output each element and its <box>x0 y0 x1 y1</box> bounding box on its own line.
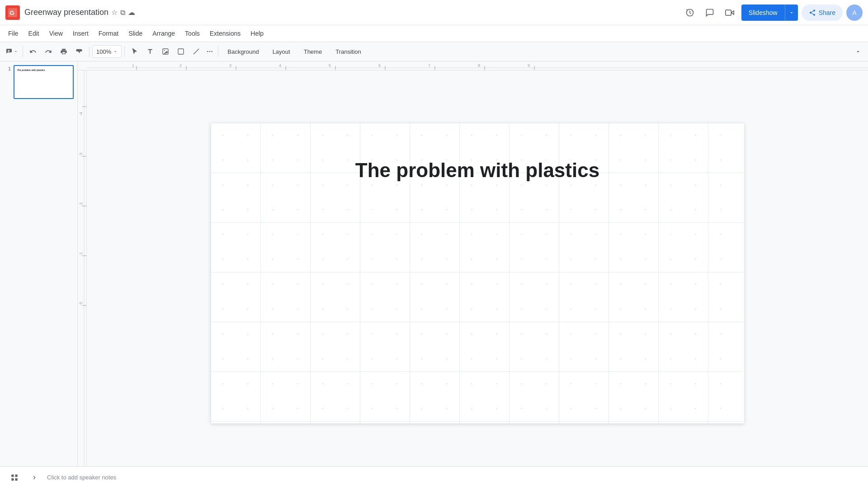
collapse-toolbar-button[interactable] <box>852 45 864 58</box>
svg-point-11 <box>212 51 213 52</box>
slide-preview-title: The problem with plastics <box>17 69 45 71</box>
background-button[interactable]: Background <box>221 45 265 58</box>
bottom-notes-bar: Click to add speaker notes <box>0 466 868 488</box>
menu-extensions[interactable]: Extensions <box>205 28 245 39</box>
slide-title[interactable]: The problem with plastics <box>211 159 744 182</box>
menu-file[interactable]: File <box>4 28 23 39</box>
star-icon[interactable]: ☆ <box>111 8 118 17</box>
svg-rect-42 <box>11 474 14 477</box>
slideshow-button[interactable]: Slideshow <box>741 5 785 21</box>
menu-arrange[interactable]: Arrange <box>148 28 179 39</box>
more-tools-button[interactable] <box>204 44 215 59</box>
add-slide-button[interactable] <box>4 44 20 59</box>
theme-button[interactable]: Theme <box>297 45 328 58</box>
menu-help[interactable]: Help <box>246 28 268 39</box>
svg-text:7: 7 <box>428 63 430 68</box>
menu-slide[interactable]: Slide <box>124 28 147 39</box>
svg-text:G: G <box>9 9 14 16</box>
top-ruler: 1 2 3 4 5 6 7 8 9 <box>78 61 868 70</box>
print-button[interactable] <box>57 44 71 59</box>
document-title-area: Greenway presentation ☆ ⧉ ☁ <box>24 8 135 17</box>
menu-insert[interactable]: Insert <box>68 28 93 39</box>
slides-panel: 1 The problem with plastics <box>0 61 78 466</box>
share-button[interactable]: Share <box>802 5 843 21</box>
avatar[interactable]: A <box>846 5 863 21</box>
svg-text:3: 3 <box>229 63 231 68</box>
menu-format[interactable]: Format <box>94 28 123 39</box>
cloud-icon[interactable]: ☁ <box>128 8 135 17</box>
slide-workspace: -4 -3 -2 -1 -5 The problem with p <box>78 70 868 466</box>
expand-panel-button[interactable] <box>27 470 42 485</box>
slideshow-dropdown-button[interactable] <box>785 5 798 21</box>
menu-bar: File Edit View Insert Format Slide Arran… <box>0 25 868 42</box>
select-tool-button[interactable] <box>127 44 142 59</box>
undo-button[interactable] <box>26 44 40 59</box>
ruler-area: 1 2 3 4 5 6 7 8 9 <box>78 61 868 466</box>
menu-tools[interactable]: Tools <box>180 28 204 39</box>
svg-point-10 <box>209 51 211 52</box>
svg-text:4: 4 <box>279 63 281 68</box>
svg-rect-44 <box>11 478 14 480</box>
svg-text:-2: -2 <box>79 202 83 206</box>
menu-edit[interactable]: Edit <box>24 28 44 39</box>
app-logo: G <box>5 5 20 20</box>
svg-text:-5: -5 <box>79 302 83 305</box>
svg-text:9: 9 <box>528 63 530 68</box>
grid-view-button[interactable] <box>7 470 22 485</box>
document-title[interactable]: Greenway presentation <box>24 8 108 17</box>
speaker-notes-placeholder[interactable]: Click to add speaker notes <box>47 474 116 481</box>
title-row: Greenway presentation ☆ ⧉ ☁ <box>24 8 135 17</box>
svg-rect-4 <box>726 10 731 15</box>
svg-text:2: 2 <box>179 63 182 68</box>
layout-button[interactable]: Layout <box>266 45 297 58</box>
svg-text:-4: -4 <box>79 112 83 116</box>
separator-3 <box>124 46 125 57</box>
shape-tool-button[interactable] <box>174 44 188 59</box>
history-icon[interactable] <box>682 5 698 21</box>
content-area: 1 The problem with plastics 1 2 3 4 <box>0 61 868 466</box>
zoom-value: 100% <box>96 48 111 55</box>
slide-thumbnail-1[interactable]: 1 The problem with plastics <box>4 65 74 99</box>
svg-line-8 <box>193 49 199 54</box>
svg-point-6 <box>164 50 165 51</box>
zoom-control[interactable]: 100% <box>92 45 122 58</box>
slide-number: 1 <box>4 65 11 71</box>
slide-canvas-area[interactable]: The problem with plastics <box>87 80 868 466</box>
transition-button[interactable]: Transition <box>329 45 368 58</box>
svg-point-9 <box>207 51 208 52</box>
menu-view[interactable]: View <box>45 28 67 39</box>
top-right-actions: Slideshow Share A <box>682 5 863 21</box>
redo-button[interactable] <box>41 44 56 59</box>
svg-text:1: 1 <box>132 63 134 68</box>
share-label: Share <box>819 9 835 16</box>
text-tool-button[interactable] <box>143 44 157 59</box>
svg-text:-3: -3 <box>79 153 83 156</box>
separator-2 <box>89 46 90 57</box>
svg-text:5: 5 <box>329 63 331 68</box>
image-tool-button[interactable] <box>158 44 173 59</box>
svg-rect-7 <box>178 49 184 54</box>
svg-text:6: 6 <box>378 63 381 68</box>
svg-marker-3 <box>731 10 734 14</box>
folder-icon[interactable]: ⧉ <box>120 9 125 17</box>
left-ruler: -4 -3 -2 -1 -5 <box>78 70 87 466</box>
line-tool-button[interactable] <box>189 44 203 59</box>
paint-format-button[interactable] <box>72 44 86 59</box>
video-icon[interactable] <box>722 5 738 21</box>
title-bar: G Greenway presentation ☆ ⧉ ☁ <box>0 0 868 25</box>
svg-rect-43 <box>15 474 18 477</box>
svg-text:8: 8 <box>478 63 480 68</box>
svg-rect-45 <box>15 478 18 480</box>
toolbar: 100% Background Layout Theme Transition <box>0 42 868 61</box>
svg-text:-1: -1 <box>79 252 83 256</box>
separator-4 <box>218 46 218 57</box>
comment-icon[interactable] <box>702 5 718 21</box>
separator <box>23 46 23 57</box>
slide-preview[interactable]: The problem with plastics <box>14 65 74 99</box>
slide-canvas[interactable]: The problem with plastics <box>211 123 744 423</box>
